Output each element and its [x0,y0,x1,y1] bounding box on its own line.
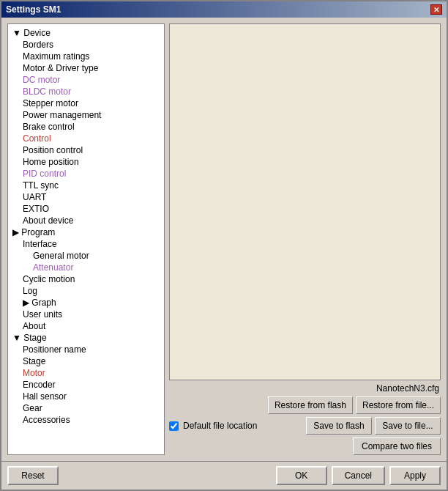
tree-item-device[interactable]: ▼ Device [10,27,163,39]
tree-item-label-motor: Motor [23,368,45,378]
tree-item-label-gear: Gear [23,403,42,413]
tree-item-bldc-motor[interactable]: BLDC motor [10,86,163,97]
tree-item-motor[interactable]: Motor [10,367,163,379]
tree-item-label-about-device: About device [23,215,73,226]
save-to-file-button[interactable]: Save to file... [375,417,441,435]
tree-item-label-attenuator: Attenuator [33,262,73,273]
tree-item-label-cyclic-motion: Cyclic motion [23,274,75,284]
window-title: Settings SM1 [6,4,61,15]
tree-item-home-position[interactable]: Home position [10,156,163,168]
tree-item-label-stage: ▼ Stage [12,333,47,343]
tree-item-maximum-ratings[interactable]: Maximum ratings [10,51,163,62]
tree-item-about[interactable]: About [10,320,163,332]
tree-item-uart[interactable]: UART [10,191,163,203]
tree-item-pid-control[interactable]: PID control [10,168,163,180]
right-panel: NanotechN3.cfg Restore from flash Restor… [169,23,441,455]
tree-item-about-device[interactable]: About device [10,215,163,226]
tree-item-label-dc-motor: DC motor [23,75,60,85]
tree-item-label-home-position: Home position [23,157,79,167]
default-file-location-checkbox[interactable] [169,421,179,431]
tree-item-label-power-management: Power management [23,110,101,120]
tree-item-dc-motor[interactable]: DC motor [10,74,163,86]
content-area: ▼ DeviceBordersMaximum ratingsMotor & Dr… [1,18,447,461]
tree-item-label-pid-control: PID control [23,169,66,179]
filename-display: NanotechN3.cfg [169,383,441,394]
tree-item-encoder[interactable]: Encoder [10,379,163,391]
settings-window: Settings SM1 ✕ ▼ DeviceBordersMaximum ra… [0,0,448,491]
title-bar: Settings SM1 ✕ [1,1,447,18]
tree-item-label-about: About [23,321,45,331]
tree-item-label-accessories: Accessories [23,415,70,425]
close-button[interactable]: ✕ [430,4,442,15]
tree-item-control[interactable]: Control [10,133,163,144]
tree-item-label-user-units: User units [23,309,62,320]
tree-item-label-maximum-ratings: Maximum ratings [23,51,89,62]
tree-item-label-motor-driver-type: Motor & Driver type [23,63,98,73]
tree-item-label-brake-control: Brake control [23,122,75,132]
default-file-location-row: Default file location [169,421,257,431]
tree-item-motor-driver-type[interactable]: Motor & Driver type [10,62,163,74]
tree-item-label-borders: Borders [23,40,53,50]
tree-item-label-stepper-motor: Stepper motor [23,98,78,108]
reset-button[interactable]: Reset [7,466,59,485]
tree-item-interface[interactable]: Interface [10,238,163,250]
restore-row: Restore from flash Restore from file... [169,396,441,414]
tree-item-label-control: Control [23,133,51,144]
tree-item-power-management[interactable]: Power management [10,109,163,121]
tree-item-label-device: ▼ Device [12,28,51,38]
tree-root: ▼ DeviceBordersMaximum ratingsMotor & Dr… [8,24,164,429]
tree-item-attenuator[interactable]: Attenuator [10,262,163,273]
tree-item-label-hall-sensor: Hall sensor [23,391,67,402]
tree-item-stage[interactable]: Stage [10,355,163,367]
tree-item-borders[interactable]: Borders [10,39,163,51]
tree-item-user-units[interactable]: User units [10,309,163,320]
tree-item-label-graph: ▶ Graph [23,298,56,308]
save-to-flash-button[interactable]: Save to flash [306,417,372,435]
tree-item-label-ttl-sync: TTL sync [23,180,59,191]
default-file-location-label: Default file location [183,421,257,431]
tree-item-label-extio: EXTIO [23,204,49,214]
tree-item-stage[interactable]: ▼ Stage [10,332,163,344]
tree-item-accessories[interactable]: Accessories [10,414,163,426]
tree-item-log[interactable]: Log [10,285,163,297]
tree-item-general-motor[interactable]: General motor [10,250,163,262]
bottom-bar: Reset OK Cancel Apply [1,461,447,490]
right-content [169,23,441,380]
save-row: Default file location Save to flash Save… [169,417,441,435]
compare-row: Compare two files [169,438,441,455]
save-buttons: Save to flash Save to file... [306,417,441,435]
tree-item-program[interactable]: ▶ Program [10,226,163,238]
tree-item-cyclic-motion[interactable]: Cyclic motion [10,273,163,285]
restore-from-flash-button[interactable]: Restore from flash [268,396,353,414]
tree-item-label-bldc-motor: BLDC motor [23,86,71,97]
tree-item-ttl-sync[interactable]: TTL sync [10,180,163,191]
tree-item-brake-control[interactable]: Brake control [10,121,163,133]
tree-item-positioner-name[interactable]: Positioner name [10,344,163,355]
tree-item-label-uart: UART [23,192,46,202]
tree-item-label-positioner-name: Positioner name [23,344,86,355]
tree-item-label-interface: Interface [23,239,57,249]
tree-item-label-program: ▶ Program [12,227,55,237]
tree-item-gear[interactable]: Gear [10,402,163,414]
tree-item-label-log: Log [23,286,37,296]
tree-item-position-control[interactable]: Position control [10,144,163,156]
tree-item-label-encoder: Encoder [23,380,56,390]
tree-item-label-general-motor: General motor [33,251,89,261]
bottom-right-buttons: OK Cancel Apply [276,466,441,485]
tree-item-graph[interactable]: ▶ Graph [10,297,163,309]
restore-from-file-button[interactable]: Restore from file... [356,396,441,414]
ok-button[interactable]: OK [276,466,327,485]
apply-button[interactable]: Apply [389,466,441,485]
tree-item-label-stage: Stage [23,356,45,366]
tree-panel: ▼ DeviceBordersMaximum ratingsMotor & Dr… [7,23,165,455]
tree-item-hall-sensor[interactable]: Hall sensor [10,391,163,402]
compare-two-files-button[interactable]: Compare two files [353,438,441,455]
tree-item-stepper-motor[interactable]: Stepper motor [10,97,163,109]
tree-item-label-position-control: Position control [23,145,83,155]
cancel-button[interactable]: Cancel [332,466,385,485]
tree-item-extio[interactable]: EXTIO [10,203,163,215]
right-bottom: NanotechN3.cfg Restore from flash Restor… [169,383,441,455]
